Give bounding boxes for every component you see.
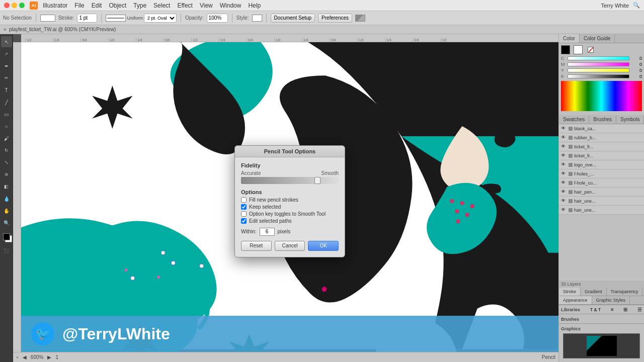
close-button[interactable] xyxy=(4,3,10,8)
tab-symbols[interactable]: Symbols xyxy=(616,115,644,124)
scale-tool[interactable]: ⤡ xyxy=(1,157,12,168)
list-item[interactable]: 👁 hair_une... xyxy=(559,206,644,215)
gradient-tool[interactable]: ◧ xyxy=(1,181,12,192)
within-input[interactable] xyxy=(260,228,275,236)
eye-icon[interactable]: 👁 xyxy=(561,189,567,195)
fullscreen-button[interactable] xyxy=(19,3,25,8)
libraries-settings-icon[interactable]: ≡ xyxy=(611,307,614,312)
menu-edit[interactable]: Edit xyxy=(92,2,102,9)
libraries-list-icon[interactable]: ☰ xyxy=(637,307,642,312)
warp-tool[interactable]: ≋ xyxy=(1,169,12,180)
cancel-button[interactable]: Cancel xyxy=(275,241,305,251)
menu-illustrator[interactable]: Illustrator xyxy=(43,2,67,9)
style-swatch[interactable] xyxy=(252,15,262,22)
search-icon[interactable]: 🔍 xyxy=(633,2,640,9)
none-color-box[interactable] xyxy=(588,47,594,53)
paintbrush-tool[interactable]: 🖌 xyxy=(1,133,12,144)
pencil-tool[interactable]: ✏ xyxy=(1,72,12,83)
menu-help[interactable]: Help xyxy=(248,2,261,9)
brush-swatch[interactable] xyxy=(106,15,126,22)
tab-color-guide[interactable]: Color Guide xyxy=(580,34,615,43)
list-item[interactable]: 👁 rubber_b... xyxy=(559,133,644,142)
fill-stroke-swatches[interactable] xyxy=(1,231,12,242)
brush-select-area: Uniform 2 pt. Oval xyxy=(106,14,177,23)
ellipse-tool[interactable]: ○ xyxy=(1,121,12,132)
list-item[interactable]: 👁 f-holes_... xyxy=(559,169,644,178)
y-slider[interactable] xyxy=(568,68,629,72)
opacity-input[interactable] xyxy=(207,14,228,23)
eye-icon[interactable]: 👁 xyxy=(561,135,567,141)
k-slider[interactable] xyxy=(568,74,629,78)
menu-select[interactable]: Select xyxy=(153,2,170,9)
eye-icon[interactable]: 👁 xyxy=(561,207,567,213)
m-slider[interactable] xyxy=(568,62,629,66)
c-slider[interactable] xyxy=(568,56,629,60)
keep-selected-checkbox[interactable] xyxy=(241,204,247,210)
menu-object[interactable]: Object xyxy=(109,2,126,9)
stroke-color-box[interactable] xyxy=(561,45,570,54)
eye-icon[interactable]: 👁 xyxy=(561,180,567,186)
ok-button[interactable]: OK xyxy=(308,241,339,251)
canvas-area[interactable]: 1/2 1/4 3/4 1/2 1/4 3/4 1/2 1/4 3/4 1/2 … xyxy=(13,34,558,362)
tab-gradient[interactable]: Gradient xyxy=(581,288,607,296)
tab-transparency[interactable]: Transparency xyxy=(607,288,643,296)
list-item[interactable]: 👁 ticket_fr... xyxy=(559,142,644,151)
direct-selection-tool[interactable]: ↗ xyxy=(1,48,12,59)
line-tool[interactable]: ╱ xyxy=(1,97,12,108)
eyedropper-tool[interactable]: 💧 xyxy=(1,193,12,204)
fidelity-label: Fidelity xyxy=(241,162,339,168)
tab-stroke[interactable]: Stroke xyxy=(559,288,581,296)
close-tab-icon[interactable]: ✕ xyxy=(3,27,7,32)
menu-type[interactable]: Type xyxy=(133,2,146,9)
menu-view[interactable]: View xyxy=(200,2,213,9)
screen-mode-icon[interactable]: ⬛ xyxy=(1,245,12,256)
list-item[interactable]: 👁 ticket_fr... xyxy=(559,151,644,160)
zoom-tool[interactable]: 🔍 xyxy=(1,217,12,228)
list-item[interactable]: 👁 blank_ca... xyxy=(559,124,644,133)
eye-icon[interactable]: 👁 xyxy=(561,198,567,204)
page-nav-next[interactable]: ▶ xyxy=(47,354,51,360)
reset-button[interactable]: Reset xyxy=(241,241,272,251)
libraries-grid-icon[interactable]: ⊞ xyxy=(623,307,627,312)
list-item[interactable]: 👁 f-hole_cu... xyxy=(559,178,644,188)
menu-window[interactable]: Window xyxy=(220,2,242,9)
eye-icon[interactable]: 👁 xyxy=(561,171,567,177)
eye-icon[interactable]: 👁 xyxy=(561,144,567,150)
accurate-label: Accurate xyxy=(241,170,261,176)
color-spectrum[interactable] xyxy=(561,81,642,111)
tab-filename[interactable]: playfest_ticket_TW.ai @ 600% (CMYK/Previ… xyxy=(9,27,116,32)
eye-icon[interactable]: 👁 xyxy=(561,162,567,168)
option-key-checkbox[interactable] xyxy=(241,211,247,217)
pen-tool[interactable]: ✒ xyxy=(1,60,12,71)
menu-effect[interactable]: Effect xyxy=(177,2,192,9)
preferences-button[interactable]: Preferences xyxy=(318,14,352,23)
list-item[interactable]: 👁 hair_une... xyxy=(559,197,644,206)
eye-icon[interactable]: 👁 xyxy=(561,153,567,159)
menu-file[interactable]: File xyxy=(74,2,84,9)
text-tool[interactable]: T xyxy=(1,84,12,96)
hand-tool[interactable]: ✋ xyxy=(1,205,12,216)
rotate-tool[interactable]: ↻ xyxy=(1,145,12,156)
tab-brushes[interactable]: Brushes xyxy=(589,115,616,124)
eye-icon[interactable]: 👁 xyxy=(561,126,567,132)
tab-appearance[interactable]: Appearance xyxy=(559,296,592,304)
rectangle-tool[interactable]: ▭ xyxy=(1,109,12,120)
profile-icon[interactable] xyxy=(355,15,365,22)
list-item[interactable]: 👁 logo_ove... xyxy=(559,160,644,169)
fill-pencil-strokes-checkbox[interactable] xyxy=(241,197,247,203)
fidelity-slider[interactable] xyxy=(241,177,339,184)
page-nav-prev[interactable]: ◀ xyxy=(23,354,27,360)
document-setup-button[interactable]: Document Setup xyxy=(271,14,315,23)
minimize-button[interactable] xyxy=(12,3,17,8)
stroke-swatch[interactable] xyxy=(40,15,55,22)
edit-selected-paths-checkbox[interactable] xyxy=(241,218,247,224)
fill-color-box[interactable] xyxy=(574,45,583,54)
stroke-input[interactable] xyxy=(77,14,97,23)
list-item[interactable]: 👁 hair_pen... xyxy=(559,188,644,197)
brush-select[interactable]: 2 pt. Oval xyxy=(144,14,177,23)
tab-color[interactable]: Color xyxy=(559,34,580,43)
tab-swatches[interactable]: Swatches xyxy=(559,115,589,124)
tab-graphic-styles[interactable]: Graphic Styles xyxy=(592,296,630,304)
k-label: K xyxy=(561,74,566,79)
selection-tool[interactable]: ↖ xyxy=(1,36,12,47)
